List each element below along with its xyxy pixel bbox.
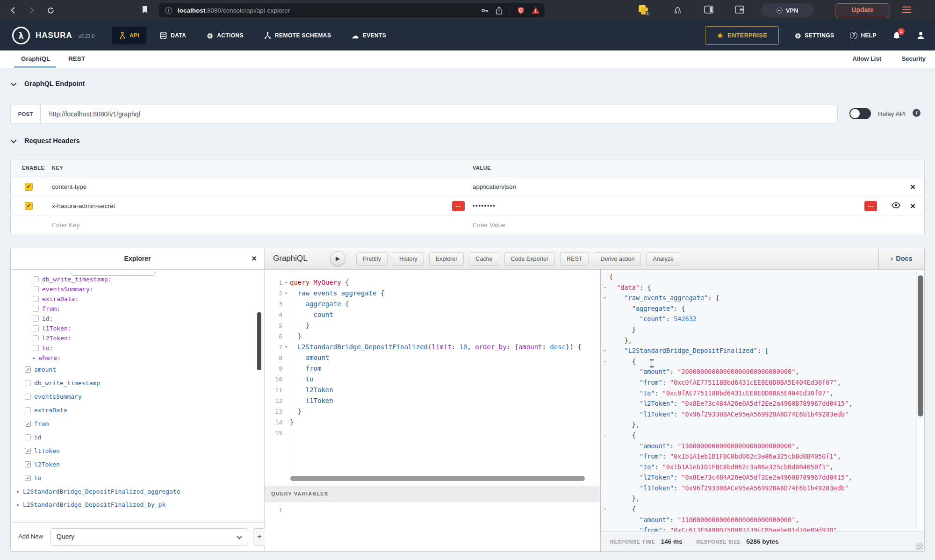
reveal-value-icon[interactable] [892, 202, 900, 208]
key-icon[interactable] [481, 7, 489, 14]
back-icon[interactable] [9, 7, 17, 14]
expand-arrow-icon[interactable]: ▸ [17, 502, 20, 507]
explorer-field-item[interactable]: ✓from [11, 417, 264, 431]
extension-icon[interactable] [673, 6, 682, 14]
nav-item-actions[interactable]: ⚙ ACTIONS [200, 27, 251, 44]
checkbox-icon[interactable] [33, 325, 39, 331]
query-editor-line[interactable]: 13 } [265, 406, 600, 417]
checkbox-icon[interactable] [33, 276, 39, 282]
checkbox-icon[interactable]: ✓ [25, 366, 31, 373]
rest-button[interactable]: REST [560, 252, 589, 266]
forward-icon[interactable] [28, 7, 36, 14]
nav-item-api[interactable]: API [112, 27, 146, 44]
brave-shield-icon[interactable] [517, 7, 525, 14]
explorer-argument-item[interactable]: extraData: [11, 294, 264, 304]
remove-header-icon[interactable]: × [910, 196, 915, 215]
nav-item-data[interactable]: DATA [153, 27, 193, 44]
operation-type-select[interactable]: Query [50, 528, 248, 546]
query-variables-header[interactable]: QUERY VARIABLES [265, 486, 600, 502]
checkbox-icon[interactable] [25, 380, 31, 386]
explorer-collapsed-item[interactable]: ▸L2StandardBridge_DepositFinalized_by_pk [11, 498, 264, 511]
site-info-icon[interactable]: i [165, 7, 172, 14]
nav-item-events[interactable]: ☁ EVENTS [345, 27, 393, 44]
docs-button[interactable]: ‹Docs [878, 248, 924, 269]
url-bar[interactable]: i localhost:8080/console/api/api-explore… [159, 3, 545, 17]
explorer-field-item[interactable]: ✓to [11, 471, 264, 485]
explorer-field-item[interactable]: extraData [11, 403, 264, 417]
explorer-collapsed-item[interactable]: ▸L2StandardBridge_DepositFinalized_aggre… [11, 485, 264, 498]
query-editor-line[interactable]: 6 } [265, 331, 600, 342]
notifications-button[interactable]: 1 [892, 31, 901, 40]
checkbox-icon[interactable] [33, 345, 39, 351]
query-editor-line[interactable]: 7▾ L2StandardBridge_DepositFinalized(lim… [265, 342, 600, 352]
warning-triangle-icon[interactable] [532, 7, 540, 14]
checkbox-icon[interactable]: ✓ [25, 475, 31, 481]
query-editor-line[interactable]: 9 from [265, 363, 600, 374]
help-button[interactable]: ? HELP [850, 32, 877, 39]
query-editor-line[interactable]: 1▾query MyQuery { [265, 277, 600, 288]
graphql-endpoint-section-header[interactable]: GraphQL Endpoint [12, 80, 85, 87]
user-button[interactable] [917, 31, 925, 40]
derive-action-button[interactable]: Derive action [594, 252, 641, 266]
wallet-icon[interactable] [735, 6, 744, 14]
prettify-button[interactable]: Prettify [356, 252, 388, 266]
explorer-argument-item[interactable]: from: [11, 304, 264, 314]
checkbox-icon[interactable] [25, 434, 31, 440]
allow-list-link[interactable]: Allow List [853, 50, 881, 68]
query-editor-line[interactable]: 15 [265, 428, 600, 438]
tab-rest[interactable]: REST [68, 50, 85, 68]
checkbox-icon[interactable] [33, 335, 39, 341]
response-scrollbar-thumb[interactable] [918, 275, 923, 416]
explorer-field-item[interactable]: db_write_timestamp [11, 376, 264, 390]
query-variables-editor[interactable]: 1 [265, 502, 600, 551]
checkbox-icon[interactable]: ✓ [25, 448, 31, 454]
explorer-where-item[interactable]: ▸where: [11, 353, 264, 363]
explorer-argument-item[interactable]: id: [11, 314, 264, 323]
explorer-field-item[interactable]: id [11, 431, 264, 444]
explorer-argument-item[interactable]: l2Token: [11, 333, 264, 343]
analyze-button[interactable]: Analyze [646, 252, 680, 266]
enable-checkbox[interactable]: ✓ [25, 202, 33, 210]
add-operation-button[interactable]: + [253, 528, 266, 546]
relay-api-toggle[interactable] [849, 108, 871, 119]
checkbox-icon[interactable] [25, 407, 31, 413]
query-editor-line[interactable]: 3 aggregate { [265, 299, 600, 309]
remove-header-icon[interactable]: × [910, 177, 915, 196]
explorer-field-item[interactable]: ✓l2Token [11, 458, 264, 471]
explorer-button[interactable]: Explorer [429, 252, 464, 266]
explorer-argument-item[interactable]: eventsSummary: [11, 284, 264, 294]
query-editor-line[interactable]: 12 l1Token [265, 395, 600, 406]
request-headers-section-header[interactable]: Request Headers [12, 137, 79, 144]
checkbox-icon[interactable]: ✓ [25, 421, 31, 427]
explorer-argument-item[interactable]: to: [11, 343, 264, 353]
query-editor-line[interactable]: 8 amount [265, 352, 600, 363]
explorer-scrollbar[interactable] [257, 312, 261, 370]
resize-handle-icon[interactable] [916, 543, 923, 550]
relay-info-icon[interactable]: i [913, 109, 921, 117]
new-header-key-input[interactable]: Enter Key [52, 215, 79, 235]
checkbox-icon[interactable] [33, 306, 39, 312]
explorer-field-item[interactable]: ✓l1Token [11, 444, 264, 458]
vpn-button[interactable]: VPN [761, 3, 813, 17]
explorer-field-item[interactable]: eventsSummary [11, 390, 264, 403]
expand-arrow-icon[interactable]: ▸ [17, 489, 20, 494]
endpoint-url-input[interactable]: http://localhost:8080/v1/graphql [41, 110, 140, 118]
hasura-logo[interactable]: λ [12, 27, 30, 44]
settings-button[interactable]: ⚙ SETTINGS [795, 32, 834, 39]
bookmark-icon[interactable] [142, 6, 148, 14]
notes-extension-icon[interactable]: 1 [639, 5, 648, 14]
expand-arrow-icon[interactable]: ▸ [33, 355, 36, 360]
enterprise-button[interactable]: ★ ENTERPRISE [705, 26, 779, 45]
cache-button[interactable]: Cache [469, 252, 499, 266]
query-editor-line[interactable]: 2▾ raw_events_aggregate { [265, 288, 600, 299]
checkbox-icon[interactable] [33, 296, 39, 302]
explorer-argument-item[interactable]: l1Token: [11, 323, 264, 333]
close-explorer-icon[interactable]: × [252, 248, 257, 269]
enable-checkbox[interactable]: ✓ [25, 183, 33, 191]
share-icon[interactable] [496, 7, 503, 14]
query-editor-line[interactable]: 4 count [265, 309, 600, 320]
sidebar-toggle-icon[interactable] [704, 6, 713, 14]
new-header-value-input[interactable]: Enter Value [473, 215, 505, 235]
menu-icon[interactable] [902, 7, 911, 14]
header-key-input[interactable]: content-type [52, 177, 86, 196]
